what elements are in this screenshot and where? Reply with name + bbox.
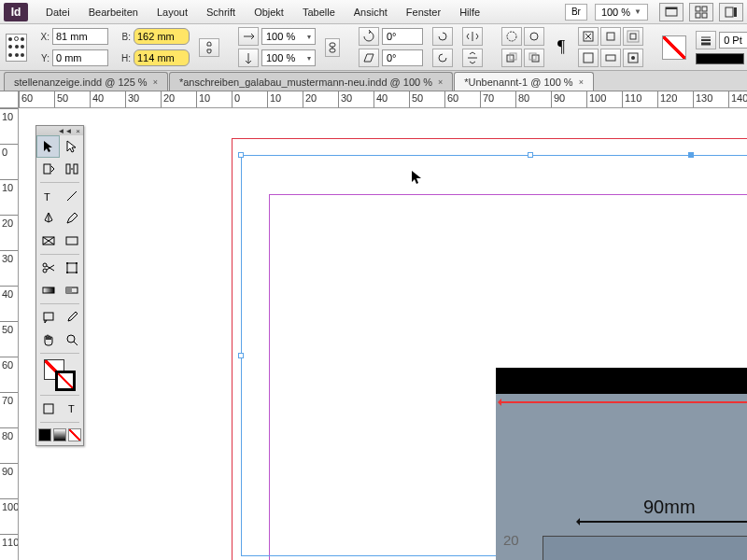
rotate-cw-icon[interactable] bbox=[432, 27, 453, 46]
fill-prop-icon[interactable] bbox=[578, 49, 599, 67]
selection-handle[interactable] bbox=[238, 152, 244, 158]
paragraph-style-icon[interactable]: ¶ bbox=[554, 37, 569, 57]
direct-selection-tool[interactable] bbox=[60, 135, 83, 158]
rotate-field[interactable]: 0° bbox=[382, 28, 423, 45]
eyedropper-tool[interactable] bbox=[60, 306, 83, 329]
tab-unbenannt[interactable]: *Unbenannt-1 @ 100 %× bbox=[454, 72, 594, 91]
placed-image[interactable]: 90mm 20 bbox=[496, 368, 747, 560]
select-content-icon[interactable] bbox=[524, 27, 544, 46]
rectangle-tool[interactable] bbox=[60, 230, 83, 252]
tab-anschreiben[interactable]: *anschreiben_galabau_mustermann-neu.indd… bbox=[169, 72, 453, 91]
format-container-icon[interactable] bbox=[36, 398, 60, 420]
flip-h-icon[interactable] bbox=[462, 27, 483, 46]
reference-point[interactable] bbox=[6, 34, 27, 62]
svg-rect-28 bbox=[44, 164, 50, 174]
close-icon[interactable]: × bbox=[76, 127, 80, 135]
dim-label-90: 90mm bbox=[643, 497, 696, 518]
stroke-weight-field[interactable]: 0 Pt bbox=[719, 32, 747, 49]
format-text-icon[interactable]: T bbox=[60, 398, 83, 420]
placed-blackbar bbox=[496, 368, 747, 394]
app-logo: Id bbox=[4, 3, 28, 21]
svg-rect-20 bbox=[630, 34, 636, 39]
pen-tool[interactable] bbox=[36, 207, 60, 230]
gradient-swatch-tool[interactable] bbox=[36, 279, 60, 301]
page-tool[interactable] bbox=[36, 158, 60, 180]
gradient-feather-tool[interactable] bbox=[60, 279, 83, 301]
type-tool[interactable]: T bbox=[36, 185, 60, 207]
selection-handle[interactable] bbox=[528, 152, 533, 158]
menu-view[interactable]: Ansicht bbox=[345, 3, 396, 21]
fill-swatch[interactable] bbox=[662, 35, 686, 60]
svg-rect-44 bbox=[43, 287, 54, 293]
ruler-origin[interactable] bbox=[0, 91, 19, 108]
menu-table[interactable]: Tabelle bbox=[294, 3, 344, 21]
stroke-weight-icon bbox=[696, 31, 716, 49]
width-field[interactable]: 162 mm bbox=[134, 28, 190, 45]
hand-tool[interactable] bbox=[36, 329, 60, 351]
fill-stroke-swatch[interactable] bbox=[36, 356, 83, 393]
select-next-icon[interactable] bbox=[524, 49, 544, 67]
tab-stellenanzeige[interactable]: stellenanzeige.indd @ 125 %× bbox=[4, 72, 168, 91]
selection-handle[interactable] bbox=[688, 152, 694, 158]
horizontal-ruler[interactable]: 6050403020100102030405060708090100110120… bbox=[19, 91, 747, 108]
color-mode-buttons[interactable] bbox=[36, 425, 83, 445]
x-field[interactable]: 81 mm bbox=[52, 28, 108, 45]
screen-mode-button[interactable] bbox=[659, 3, 684, 21]
menu-object[interactable]: Objekt bbox=[246, 3, 292, 21]
scale-x-field[interactable]: 100 % bbox=[261, 28, 316, 45]
select-prev-icon[interactable] bbox=[501, 49, 522, 67]
note-tool[interactable] bbox=[36, 306, 60, 329]
shear-field[interactable]: 0° bbox=[382, 49, 423, 66]
line-tool[interactable] bbox=[60, 185, 83, 207]
fit-content-icon[interactable] bbox=[578, 27, 599, 46]
svg-rect-5 bbox=[702, 13, 707, 18]
selection-handle[interactable] bbox=[238, 353, 244, 358]
select-container-icon[interactable] bbox=[501, 27, 522, 46]
svg-rect-8 bbox=[330, 43, 335, 47]
rectangle-frame-tool[interactable] bbox=[36, 230, 60, 252]
arrange-button[interactable] bbox=[689, 3, 713, 21]
constrain-scale-icon[interactable] bbox=[325, 38, 340, 57]
svg-rect-2 bbox=[696, 7, 700, 11]
svg-text:T: T bbox=[44, 191, 50, 203]
scissors-tool[interactable] bbox=[36, 257, 60, 279]
workspace-button[interactable] bbox=[719, 3, 743, 21]
menu-type[interactable]: Schrift bbox=[198, 3, 244, 21]
zoom-value: 100 % bbox=[601, 7, 630, 18]
close-icon[interactable]: × bbox=[438, 77, 443, 87]
svg-rect-1 bbox=[666, 7, 677, 9]
svg-rect-22 bbox=[606, 55, 615, 61]
tools-panel[interactable]: ◄◄× T T bbox=[35, 125, 84, 446]
close-icon[interactable]: × bbox=[153, 77, 158, 87]
center-content-icon[interactable] bbox=[623, 27, 643, 46]
height-field[interactable]: 114 mm bbox=[134, 49, 190, 66]
menu-layout[interactable]: Layout bbox=[148, 3, 196, 21]
rotate-ccw-icon[interactable] bbox=[432, 49, 453, 67]
y-field[interactable]: 0 mm bbox=[52, 49, 108, 66]
canvas[interactable]: 90mm 20 bbox=[19, 108, 747, 560]
vertical-ruler[interactable]: 100102030405060708090100110120 bbox=[0, 108, 19, 560]
free-transform-tool[interactable] bbox=[60, 257, 83, 279]
pencil-tool[interactable] bbox=[60, 207, 83, 230]
zoom-tool[interactable] bbox=[60, 329, 83, 351]
scale-y-field[interactable]: 100 % bbox=[261, 49, 316, 66]
gap-tool[interactable] bbox=[60, 158, 83, 180]
constrain-icon[interactable] bbox=[199, 38, 219, 57]
flip-v-icon[interactable] bbox=[462, 49, 483, 67]
fit-prop-icon[interactable] bbox=[600, 49, 621, 67]
menu-edit[interactable]: Bearbeiten bbox=[80, 3, 147, 21]
svg-point-42 bbox=[66, 272, 68, 273]
stroke-style[interactable] bbox=[696, 53, 744, 64]
menu-file[interactable]: Datei bbox=[37, 3, 78, 21]
collapse-icon[interactable]: ◄◄ bbox=[57, 127, 72, 135]
svg-point-41 bbox=[76, 262, 78, 264]
menu-window[interactable]: Fenster bbox=[398, 3, 449, 21]
x-label: X: bbox=[36, 32, 49, 42]
bridge-button[interactable]: Br bbox=[565, 4, 587, 21]
selection-tool[interactable] bbox=[36, 135, 60, 158]
menu-help[interactable]: Hilfe bbox=[451, 3, 488, 21]
close-icon[interactable]: × bbox=[579, 77, 584, 87]
zoom-level[interactable]: 100 %▼ bbox=[595, 4, 648, 21]
auto-fit-icon[interactable] bbox=[623, 49, 643, 67]
fit-frame-icon[interactable] bbox=[600, 27, 621, 46]
